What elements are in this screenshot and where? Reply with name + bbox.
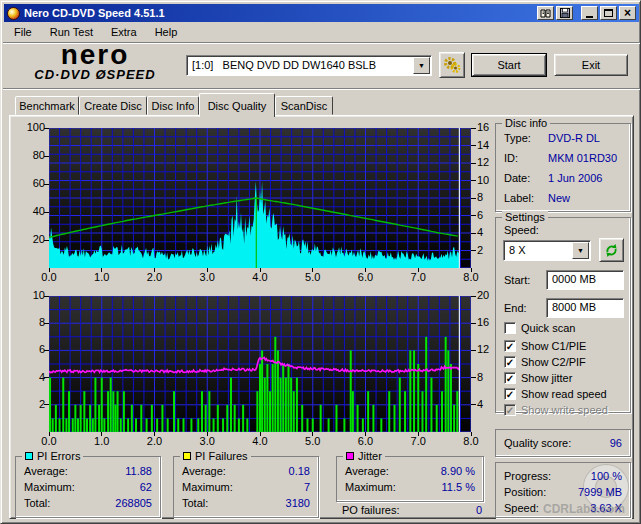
divider — [3, 88, 640, 90]
stat-row: Average:11.88 — [24, 465, 152, 479]
pi-failures-chart — [49, 296, 471, 432]
checkbox-show-jitter[interactable]: ✓Show jitter — [504, 372, 572, 384]
x-axis-tick-label: 2.0 — [141, 271, 169, 283]
quality-score-label: Quality score: — [504, 437, 571, 449]
options-button[interactable] — [439, 52, 465, 78]
chevron-down-icon[interactable]: ▼ — [572, 242, 589, 259]
drive-select[interactable]: [1:0] BENQ DVD DD DW1640 BSLB ▼ — [186, 55, 432, 76]
stat-row: Maximum:62 — [24, 481, 152, 495]
chevron-down-icon[interactable]: ▼ — [413, 57, 430, 74]
disc-info-value: DVD-R DL — [548, 132, 600, 144]
speed-select[interactable]: 8 X ▼ — [503, 240, 591, 261]
stat-value: 11.88 — [125, 465, 152, 477]
left-axis-tick-label: 6 — [15, 343, 45, 355]
left-axis-tick-label: 20 — [15, 233, 45, 245]
start-button[interactable]: Start — [472, 54, 546, 76]
x-axis-tick-label: 7.0 — [404, 435, 432, 447]
tab-disc-info[interactable]: Disc Info — [147, 96, 199, 115]
stat-row: Average:0.18 — [182, 465, 310, 479]
stat-value: 8.90 % — [441, 465, 475, 477]
x-axis-tick — [418, 432, 419, 436]
stat-value: 11.5 % — [442, 481, 475, 493]
x-axis-tick-label: 4.0 — [246, 435, 274, 447]
speed-select-value: 8 X — [509, 244, 526, 256]
tab-benchmark[interactable]: Benchmark — [15, 96, 79, 115]
close-button[interactable]: × — [619, 6, 636, 20]
disc-info-label: Date: — [504, 172, 530, 184]
settings-title: Settings — [502, 211, 548, 223]
x-axis-tick-label: 8.0 — [457, 435, 485, 447]
refresh-icon — [604, 243, 619, 258]
disc-info-label: Label: — [504, 192, 534, 204]
title-bar: Nero CD-DVD Speed 4.51.1 × — [4, 4, 639, 22]
left-axis-tick — [44, 404, 49, 405]
checkbox-label: Show write speed — [521, 404, 608, 416]
right-axis-tick — [471, 180, 476, 181]
left-axis-tick — [44, 377, 49, 378]
x-axis-tick-label: 2.0 — [141, 435, 169, 447]
save-icon[interactable] — [556, 6, 573, 20]
right-axis-tick — [471, 215, 476, 216]
refresh-button[interactable] — [599, 238, 624, 262]
checkbox-quick-scan[interactable]: Quick scan — [504, 322, 575, 334]
menu-help[interactable]: Help — [146, 24, 187, 41]
x-axis-tick — [49, 268, 50, 272]
checkbox-box: ✓ — [504, 404, 516, 416]
app-window: Nero CD-DVD Speed 4.51.1 × FileRun TestE… — [0, 0, 641, 524]
end-position-input[interactable]: 8000 MB — [546, 298, 624, 318]
checkbox-box[interactable]: ✓ — [504, 340, 516, 352]
stat-value: 7 — [304, 481, 310, 493]
menu-file[interactable]: File — [5, 24, 41, 41]
stat-box-title-text: PI Failures — [195, 450, 248, 462]
speed-label: Speed: — [504, 224, 539, 236]
progress-box: Progress:100 %Position:7999 MBSpeed:3.63… — [495, 462, 631, 518]
right-axis-tick — [471, 250, 476, 251]
disc-info-row: ID:MKM 01RD30 — [504, 152, 622, 166]
stat-label: Maximum: — [345, 481, 396, 493]
tab-disc-quality[interactable]: Disc Quality — [199, 93, 275, 117]
checkbox-box[interactable]: ✓ — [504, 356, 516, 368]
stat-box-title-text: PI Errors — [37, 450, 80, 462]
x-axis-tick — [101, 432, 102, 436]
left-axis-tick — [44, 212, 49, 213]
tab-scandisc[interactable]: ScanDisc — [275, 96, 333, 115]
stat-label: Average: — [24, 465, 68, 477]
checkbox-box[interactable]: ✓ — [504, 372, 516, 384]
exit-button-label: Exit — [582, 59, 600, 71]
right-axis-tick — [471, 323, 476, 324]
x-axis-tick — [207, 432, 208, 436]
x-axis-tick — [471, 268, 472, 272]
progress-value: 7999 MB — [578, 486, 622, 498]
progress-row: Progress:100 % — [504, 470, 622, 484]
book-icon[interactable] — [537, 6, 554, 20]
x-axis-tick — [312, 268, 313, 272]
x-axis-tick — [101, 268, 102, 272]
checkbox-box[interactable]: ✓ — [504, 388, 516, 400]
right-axis-tick — [471, 145, 476, 146]
checkbox-show-read-speed[interactable]: ✓Show read speed — [504, 388, 607, 400]
stat-row: Total:3180 — [182, 497, 310, 511]
stat-value: 268805 — [115, 497, 152, 509]
checkbox-show-c1-pie[interactable]: ✓Show C1/PIE — [504, 340, 586, 352]
start-position-input[interactable]: 0000 MB — [546, 270, 624, 290]
checkbox-label: Show C1/PIE — [521, 340, 586, 352]
minimize-button[interactable] — [581, 6, 598, 20]
x-axis-tick — [207, 268, 208, 272]
left-axis-tick — [44, 350, 49, 351]
stat-label: Maximum: — [182, 481, 233, 493]
checkbox-box[interactable] — [504, 322, 516, 334]
drive-select-value: [1:0] BENQ DVD DD DW1640 BSLB — [192, 59, 376, 71]
stat-label: Total: — [24, 497, 50, 509]
checkbox-label: Show read speed — [521, 388, 607, 400]
maximize-button[interactable] — [600, 6, 617, 20]
stat-box-pi-failures: PI FailuresAverage:0.18Maximum:7Total:31… — [173, 456, 319, 518]
checkbox-show-c2-pif[interactable]: ✓Show C2/PIF — [504, 356, 586, 368]
start-button-label: Start — [497, 59, 520, 71]
exit-button[interactable]: Exit — [554, 54, 628, 76]
disc-info-value: 1 Jun 2006 — [548, 172, 602, 184]
stat-box-title: Jitter — [343, 450, 385, 462]
tab-create-disc[interactable]: Create Disc — [79, 96, 147, 115]
disc-info-label: ID: — [504, 152, 518, 164]
progress-label: Progress: — [504, 470, 551, 482]
x-axis-tick — [418, 268, 419, 272]
